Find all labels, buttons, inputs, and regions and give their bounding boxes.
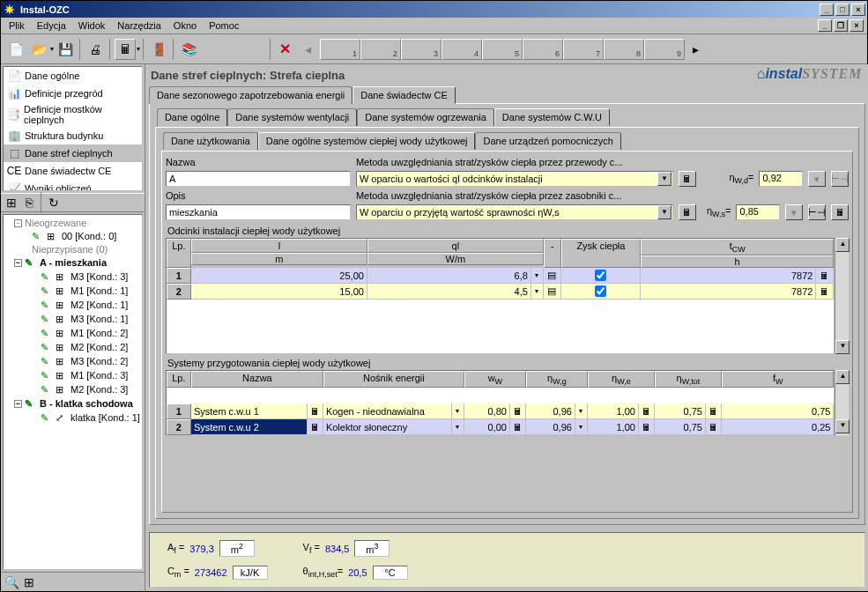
scrollbar[interactable]: ▲ ▼ (835, 238, 849, 354)
menu-narzedzia[interactable]: Narzędzia (111, 18, 167, 33)
table-row[interactable]: 1 System c.w.u 1 🖩 Kogen - nieodnawialna… (167, 403, 835, 419)
zysk-checkbox[interactable] (595, 285, 606, 297)
open-button[interactable]: 📂 (28, 39, 49, 60)
cancel-icon[interactable]: ✕ (275, 39, 296, 60)
mdi-close-button[interactable]: × (849, 19, 864, 32)
table-row[interactable]: 2 15,00 4,5 ▾ ▤ 7872 🖩 (167, 284, 835, 300)
tree-node[interactable]: Nieprzypisane (0) (5, 243, 140, 255)
maximize-button[interactable]: □ (835, 4, 849, 16)
tree-link-button[interactable]: ⎘ (21, 195, 37, 211)
tree-refresh-button[interactable]: ↻ (46, 195, 62, 211)
tab[interactable]: Dane ogólne systemów ciepłej wody użytko… (258, 132, 476, 150)
mdi-restore-button[interactable]: ❐ (834, 19, 848, 32)
mdi-minimize-button[interactable]: _ (818, 19, 832, 32)
page-tile[interactable]: 9 (644, 39, 685, 60)
tree-node[interactable]: ✎⊞M3 [Kond.: 1] (5, 312, 140, 326)
grid-button[interactable]: ⊞ (21, 574, 37, 590)
tab[interactable]: Dane urządzeń pomocniczych (475, 132, 620, 150)
page-tile[interactable]: 4 (441, 39, 482, 60)
tree-node[interactable]: ✎⊞M3 [Kond.: 2] (5, 354, 140, 368)
drop-btn[interactable]: ▾ (808, 171, 826, 187)
metoda1-label: Metoda uwzględniania strat/zysków ciepła… (356, 157, 623, 167)
calc-button[interactable]: 🖩 (115, 39, 136, 60)
tree-expander[interactable]: − (14, 219, 22, 227)
tree-node[interactable]: ✎⊞M1 [Kond.: 2] (5, 326, 140, 340)
name-input[interactable] (166, 171, 351, 187)
tab[interactable]: Dane systemów wentylacji (227, 108, 357, 126)
tree-node[interactable]: ✎⊞M1 [Kond.: 1] (5, 284, 140, 298)
nav-item[interactable]: CEDane świadectw CE (4, 162, 142, 180)
minimize-button[interactable]: _ (820, 4, 834, 16)
new-button[interactable]: 📄 (5, 39, 26, 60)
chevron-down-icon[interactable]: ▼ (657, 172, 671, 186)
tab[interactable]: Dane sezonowego zapotrzebowania energii (149, 86, 352, 104)
nav-item[interactable]: 📈Wyniki obliczeń (4, 180, 142, 191)
tree[interactable]: −Nieogrzewane✎⊞00 [Kond.: 0]Nieprzypisan… (3, 214, 143, 570)
tree-node[interactable]: ✎⤢klatka [Kond.: 1] (5, 411, 140, 425)
save-button[interactable]: 💾 (55, 39, 76, 60)
print-button[interactable]: 🖨 (85, 39, 106, 60)
scrollbar[interactable]: ▲ ▼ (835, 370, 849, 436)
metoda1-select[interactable]: W oparciu o wartości ql odcinków instala… (356, 171, 673, 187)
nav-item[interactable]: 🏢Struktura budynku (4, 127, 142, 144)
tree-node[interactable]: −✎B - klatka schodowa (5, 396, 140, 411)
room-icon: ⊞ (47, 230, 59, 242)
page-tile[interactable]: 7 (563, 39, 604, 60)
tree-node[interactable]: ✎⊞M1 [Kond.: 3] (5, 368, 140, 382)
metoda2-select[interactable]: W oparciu o przyjętą wartość sprawności … (356, 204, 673, 220)
tree-node[interactable]: −Nieogrzewane (5, 217, 140, 229)
zysk-checkbox[interactable] (595, 270, 606, 281)
tab[interactable]: Dane użytkowania (163, 132, 258, 150)
page-tile[interactable]: 6 (523, 39, 563, 60)
nav-item[interactable]: 📄Dane ogólne (4, 67, 142, 85)
prev-button[interactable]: ◂ (298, 39, 319, 60)
help-icon[interactable]: 📚 (178, 39, 199, 60)
tree-node[interactable]: ✎⊞M3 [Kond.: 3] (5, 270, 140, 284)
drop-btn[interactable]: ▾ (785, 204, 803, 220)
tree-node[interactable]: ✎⊞M2 [Kond.: 2] (5, 340, 140, 354)
link-icon[interactable]: ⊢⊣ (808, 204, 826, 220)
menu-edycja[interactable]: Edycja (31, 18, 72, 33)
tab[interactable]: Dane systemów C.W.U (494, 108, 610, 126)
chevron-down-icon[interactable]: ▼ (657, 205, 671, 219)
nav-item[interactable]: ⬚Dane stref cieplnych (4, 144, 142, 162)
calc-icon[interactable]: 🖩 (679, 204, 696, 220)
next-button[interactable]: ▸ (686, 39, 707, 60)
menu-widok[interactable]: Widok (72, 18, 112, 33)
nav-item[interactable]: 📊Definicje przegród (4, 85, 142, 102)
calc-icon[interactable]: 🖩 (831, 204, 849, 220)
menu-plik[interactable]: Plik (3, 18, 31, 33)
page-tile[interactable]: 2 (360, 39, 401, 60)
tab[interactable]: Dane systemów ogrzewania (357, 108, 494, 126)
nav-item[interactable]: 📑Definicje mostków cieplnych (4, 102, 142, 127)
tree-expander[interactable]: − (14, 400, 22, 408)
tree-expand-button[interactable]: ⊞ (4, 195, 19, 211)
tab[interactable]: Dane ogólne (157, 108, 227, 126)
grid-odcinki[interactable]: Lp. l m ql W/m - (166, 238, 835, 354)
page-tile[interactable]: 8 (604, 39, 644, 60)
table-row[interactable]: 1 25,00 6,8 ▾ ▤ 7872 🖩 (167, 268, 835, 284)
opis-input[interactable] (166, 204, 351, 220)
page-tile[interactable]: 3 (401, 39, 441, 60)
menu-pomoc[interactable]: Pomoc (203, 18, 245, 33)
menu-okno[interactable]: Okno (167, 18, 203, 33)
room-icon: ⊞ (56, 355, 68, 367)
pencil-icon: ✎ (41, 313, 53, 325)
tab[interactable]: Dane świadectw CE (352, 86, 455, 104)
tree-node[interactable]: −✎A - mieszkania (5, 255, 140, 270)
tree-node[interactable]: ✎⊞M2 [Kond.: 1] (5, 298, 140, 312)
table-row[interactable]: 2 System c.w.u 2 🖩 Kolektor słoneczny ▾ … (167, 419, 835, 435)
grid-systemy[interactable]: Lp. Nazwa Nośnik energii wW ηW,g ηW,e ηW… (166, 370, 835, 436)
tree-node[interactable]: ✎⊞M2 [Kond.: 3] (5, 382, 140, 396)
close-button[interactable]: × (851, 4, 865, 16)
room-icon: ⊞ (56, 270, 68, 283)
page-tile[interactable]: 5 (482, 39, 523, 60)
page-tile[interactable]: 1 (320, 39, 360, 60)
tree-expander[interactable]: − (14, 259, 22, 267)
tree-node[interactable]: ✎⊞00 [Kond.: 0] (5, 229, 140, 243)
titlebar: ✷ Instal-OZC _ □ × (1, 1, 867, 18)
zoom-button[interactable]: 🔍 (4, 574, 19, 590)
calc-icon[interactable]: 🖩 (679, 171, 696, 187)
link-icon[interactable]: ⊢⊣ (831, 171, 849, 187)
exit-icon[interactable]: 🚪 (148, 39, 169, 60)
